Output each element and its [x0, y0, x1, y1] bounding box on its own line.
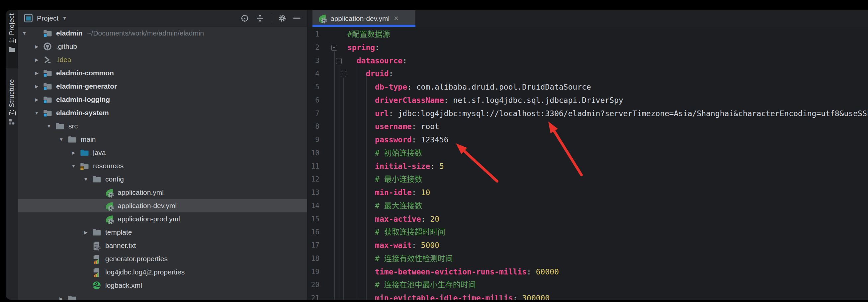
- close-icon[interactable]: ✕: [394, 14, 399, 22]
- code-line-2[interactable]: 2spring:: [308, 41, 868, 55]
- tab-title: application-dev.yml: [331, 14, 390, 23]
- tree-row-clipped[interactable]: ▶: [18, 292, 307, 300]
- tree-expand-arrow[interactable]: ▼: [80, 173, 92, 186]
- tree-row-log4jdbc.log4j2.properties[interactable]: log4jdbc.log4j2.properties: [18, 266, 307, 279]
- tree-item-label: eladmin-generator: [56, 82, 117, 90]
- code-line-18[interactable]: 18 # 连接有效性检测时间: [308, 252, 868, 266]
- tree-item-label: main: [81, 135, 96, 143]
- fold-marker-icon[interactable]: −: [336, 58, 342, 64]
- tree-item-label: eladmin: [56, 29, 82, 37]
- code-line-11[interactable]: 11 initial-size: 5: [308, 160, 868, 173]
- code-line-1[interactable]: 1#配置数据源: [308, 28, 868, 41]
- tree-expand-arrow[interactable]: ▶: [55, 292, 67, 300]
- tree-row-java[interactable]: ▶java: [18, 146, 307, 159]
- tree-row-.github[interactable]: ▶.github: [18, 40, 307, 53]
- project-panel-title[interactable]: Project: [37, 14, 58, 22]
- tree-row-src[interactable]: ▼src: [18, 120, 307, 133]
- code-line-10[interactable]: 10 # 初始连接数: [308, 147, 868, 160]
- tree-expand-arrow[interactable]: ▶: [80, 226, 92, 239]
- tree-item-label: config: [105, 175, 124, 183]
- code-line-20[interactable]: 20 # 连接在池中最小生存的时间: [308, 278, 868, 292]
- tree-expand-arrow[interactable]: ▶: [31, 93, 43, 106]
- tree-row-resources[interactable]: ▼resources: [18, 159, 307, 173]
- idea-icon: [43, 55, 53, 64]
- fold-marker-icon[interactable]: −: [331, 45, 337, 51]
- tree-row-logback.xml[interactable]: logback.xml: [18, 279, 307, 292]
- code-line-13[interactable]: 13 min-idle: 10: [308, 186, 868, 199]
- tree-row-config[interactable]: ▼config: [18, 173, 307, 186]
- tree-row-eladmin-system[interactable]: ▼eladmin-system: [18, 106, 307, 120]
- hide-panel-icon[interactable]: [293, 14, 301, 23]
- code-line-9[interactable]: 9 password: 123456: [308, 133, 868, 147]
- code-line-text: max-active: 20: [347, 213, 439, 226]
- code-line-19[interactable]: 19 time-between-eviction-runs-millis: 60…: [308, 266, 868, 279]
- tree-expand-arrow[interactable]: ▼: [18, 27, 31, 40]
- tab-application-dev-yml[interactable]: application-dev.yml ✕: [312, 10, 415, 27]
- code-line-15[interactable]: 15 max-active: 20: [308, 213, 868, 226]
- tree-item-label: log4jdbc.log4j2.properties: [105, 268, 185, 276]
- code-line-21[interactable]: 21 min-evictable-idle-time-millis: 30000…: [308, 292, 868, 300]
- collapse-all-icon[interactable]: [256, 14, 264, 23]
- tree-row-.idea[interactable]: ▶.idea: [18, 53, 307, 66]
- structure-stripe-label: 7: Structure: [8, 79, 16, 115]
- code-line-8[interactable]: 8 username: root: [308, 120, 868, 133]
- project-stripe-label: 1: Project: [8, 13, 16, 43]
- tree-row-eladmin[interactable]: ▼eladmin~/Documents/work/me/admin/eladmi…: [18, 27, 307, 40]
- tree-row-application-dev.yml[interactable]: application-dev.yml: [18, 199, 307, 212]
- tree-expand-arrow[interactable]: ▶: [31, 53, 43, 66]
- code-line-7[interactable]: 7 url: jdbc:log4jdbc:mysql://localhost:3…: [308, 107, 868, 121]
- code-editor[interactable]: 1#配置数据源2spring:−3 datasource:−4 druid:−5…: [308, 27, 868, 300]
- code-line-text: spring:: [347, 41, 379, 55]
- tree-item-label: eladmin-system: [56, 109, 109, 117]
- code-line-text: datasource:: [347, 55, 407, 68]
- project-tree: ▼eladmin~/Documents/work/me/admin/eladmi…: [18, 27, 307, 300]
- tree-row-main[interactable]: ▼main: [18, 133, 307, 146]
- tree-expand-arrow[interactable]: ▶: [31, 66, 43, 80]
- tree-expand-arrow[interactable]: ▼: [55, 133, 67, 146]
- chevron-down-icon[interactable]: ▾: [63, 14, 66, 22]
- code-line-17[interactable]: 17 max-wait: 5000: [308, 239, 868, 252]
- structure-icon: [8, 118, 16, 126]
- settings-gear-icon[interactable]: [278, 14, 286, 23]
- tree-item-label: .idea: [56, 56, 71, 64]
- tree-expand-arrow[interactable]: ▶: [31, 80, 43, 93]
- line-number: 11: [308, 160, 319, 173]
- tree-row-eladmin-common[interactable]: ▶eladmin-common: [18, 66, 307, 80]
- tree-expand-arrow[interactable]: ▶: [31, 40, 43, 53]
- app-frame: 1: Project 7: Structure: [6, 10, 868, 300]
- tool-stripe-structure-tab[interactable]: 7: Structure: [6, 76, 18, 137]
- tree-row-banner.txt[interactable]: banner.txt: [18, 239, 307, 252]
- fold-marker-icon[interactable]: −: [341, 71, 346, 77]
- code-line-text: # 最小连接数: [347, 173, 423, 186]
- tree-item-label: template: [105, 228, 132, 236]
- code-line-4[interactable]: 4 druid:: [308, 67, 868, 81]
- tool-stripe-project-tab[interactable]: 1: Project: [6, 10, 18, 68]
- tree-row-eladmin-logging[interactable]: ▶eladmin-logging: [18, 93, 307, 106]
- tree-expand-arrow[interactable]: ▼: [43, 120, 55, 133]
- code-line-5[interactable]: 5 db-type: com.alibaba.druid.pool.DruidD…: [308, 81, 868, 94]
- tree-row-application-prod.yml[interactable]: application-prod.yml: [18, 212, 307, 226]
- line-number: 12: [308, 173, 319, 186]
- code-line-14[interactable]: 14 # 最大连接数: [308, 199, 868, 213]
- line-number: 10: [308, 147, 319, 160]
- tree-expand-arrow[interactable]: ▼: [31, 106, 43, 120]
- code-line-text: # 连接有效性检测时间: [347, 252, 453, 266]
- code-line-16[interactable]: 16 # 获取连接超时时间: [308, 226, 868, 239]
- tree-expand-arrow[interactable]: ▼: [67, 159, 80, 173]
- spring-file-icon: [104, 201, 114, 210]
- tree-row-application.yml[interactable]: application.yml: [18, 186, 307, 199]
- github-icon: [43, 42, 53, 51]
- code-line-3[interactable]: 3 datasource:: [308, 55, 868, 68]
- line-number: 14: [308, 199, 319, 213]
- code-line-6[interactable]: 6 driverClassName: net.sf.log4jdbc.sql.j…: [308, 94, 868, 107]
- tree-row-generator.properties[interactable]: generator.properties: [18, 252, 307, 266]
- tree-row-eladmin-generator[interactable]: ▶eladmin-generator: [18, 80, 307, 93]
- tree-expand-arrow[interactable]: ▶: [67, 146, 80, 159]
- tree-row-template[interactable]: ▶template: [18, 226, 307, 239]
- spring-leaf-icon: [317, 13, 327, 24]
- project-root-path: ~/Documents/work/me/admin/eladmin: [87, 29, 204, 37]
- code-line-12[interactable]: 12 # 最小连接数: [308, 173, 868, 186]
- locate-icon[interactable]: [240, 14, 249, 23]
- line-number: 8: [308, 120, 319, 133]
- spring-file-icon: [104, 214, 114, 224]
